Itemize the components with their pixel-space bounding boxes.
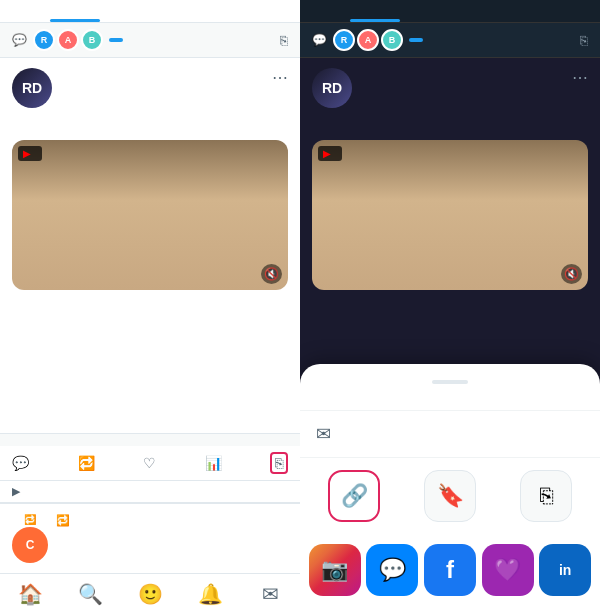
views-icon: 📊 [205,455,222,471]
bookmark-option[interactable]: 🔖 [404,470,496,528]
reply-action[interactable]: 💬 [12,455,33,471]
retweet-label: 🔁 [56,514,74,527]
tab-following[interactable] [150,0,300,22]
share-via-option[interactable]: ⎘ [500,470,592,528]
promoted-icon: ▶ [12,485,20,498]
nav-emoji[interactable]: 🙂 [120,582,180,606]
video-overlay: ▶ [18,146,42,161]
right-reply-count: 💬 [312,33,327,47]
right-avatar-3: B [381,29,403,51]
right-panel: 💬 R A B ⎘ RD ⋯ [300,0,600,614]
chats-option[interactable]: 💜 [481,544,535,602]
link-bar [0,433,300,446]
tweet-header: RD ⋯ [12,68,288,108]
right-retweet-avatars: R A B [333,29,403,51]
messages-icon: 💬 [366,544,418,596]
nav-mail[interactable]: ✉ [240,582,300,606]
tweet-actions: 💬 🔁 ♡ 📊 ⎘ [0,446,300,481]
right-author-avatar: RD [312,68,352,108]
facebook-icon: f [424,544,476,596]
chats-icon: 💜 [482,544,534,596]
video-thumbnail[interactable]: ▶ 🔇 [12,140,288,290]
avatar-2: A [57,29,79,51]
like-action[interactable]: ♡ [143,455,160,471]
youtube-badge: ▶ [18,146,42,161]
avatar-1: R [33,29,55,51]
share-action[interactable]: ⎘ [270,452,288,474]
share-options-row: 🔗 🔖 ⎘ [300,457,600,540]
retweet-bar: 💬 R A B ⎘ [0,23,300,58]
tweet-text [12,114,288,132]
retweet-icon: 🔁 [78,455,95,471]
nav-bell[interactable]: 🔔 [180,582,240,606]
right-more-icon[interactable]: ⋯ [572,68,588,87]
promoted-bar: ▶ [0,481,300,504]
like-icon: ♡ [143,455,156,471]
reply-count: 💬 [12,33,27,47]
right-tweeted-badge [409,38,423,42]
right-avatar-2: A [357,29,379,51]
next-tweet: 🔁 C 🔁 [0,504,300,573]
right-youtube-icon: ▶ [323,148,331,159]
tab-for-you[interactable] [0,0,150,22]
messages-option[interactable]: 💬 [366,544,420,602]
tab-bar [0,0,300,23]
next-tweet-avatar: C [12,527,48,563]
reply-icon: 💬 [12,455,29,471]
share-icon[interactable]: ⎘ [280,33,288,48]
views-action[interactable]: 📊 [205,455,226,471]
right-share-icon[interactable]: ⎘ [580,33,588,48]
bookmark-icon: 🔖 [424,470,476,522]
more-options-icon[interactable]: ⋯ [272,68,288,87]
right-youtube-badge: ▶ [318,146,342,161]
instagram-icon: 📷 [309,544,361,596]
video-face [12,140,288,290]
right-video-overlay: ▶ [318,146,342,161]
left-panel: 💬 R A B ⎘ RD ⋯ [0,0,300,614]
next-tweet-text: 🔁 [56,514,74,529]
bottom-nav: 🏠 🔍 🙂 🔔 ✉ [0,573,300,614]
app-icons-row: 📷 💬 f 💜 in [300,540,600,614]
avatar-3: B [81,29,103,51]
instagram-stories-option[interactable]: 📷 [308,544,362,602]
right-tweet-header: RD ⋯ [312,68,588,108]
sheet-title [300,398,600,410]
author-avatar: RD [12,68,52,108]
right-tab-for-you[interactable] [300,0,450,22]
share-icon: ⎘ [270,452,288,474]
right-tab-bar [300,0,600,23]
share-via-icon: ⎘ [520,470,572,522]
copy-link-option[interactable]: 🔗 [308,470,400,528]
share-sheet: ✉ 🔗 🔖 ⎘ [300,364,600,614]
facebook-option[interactable]: f [423,544,477,602]
dm-item[interactable]: ✉ [300,410,600,457]
right-tweet-text [312,114,588,132]
tweeted-badge [109,38,123,42]
youtube-icon: ▶ [23,148,31,159]
tweet-content: RD ⋯ ▶ [0,58,300,433]
linkedin-option[interactable]: in [538,544,592,602]
right-retweet-bar: 💬 R A B ⎘ [300,23,600,58]
retweet-action[interactable]: 🔁 [78,455,99,471]
right-tab-following[interactable] [450,0,600,22]
dm-icon: ✉ [316,423,331,445]
right-video-thumbnail[interactable]: ▶ 🔇 [312,140,588,290]
right-video-face [312,140,588,290]
right-avatar-1: R [333,29,355,51]
copy-link-icon: 🔗 [328,470,380,522]
linkedin-icon: in [539,544,591,596]
nav-search[interactable]: 🔍 [60,582,120,606]
retweet-avatars: R A B [33,29,103,51]
nav-home[interactable]: 🏠 [0,582,60,606]
sheet-handle [432,380,468,384]
